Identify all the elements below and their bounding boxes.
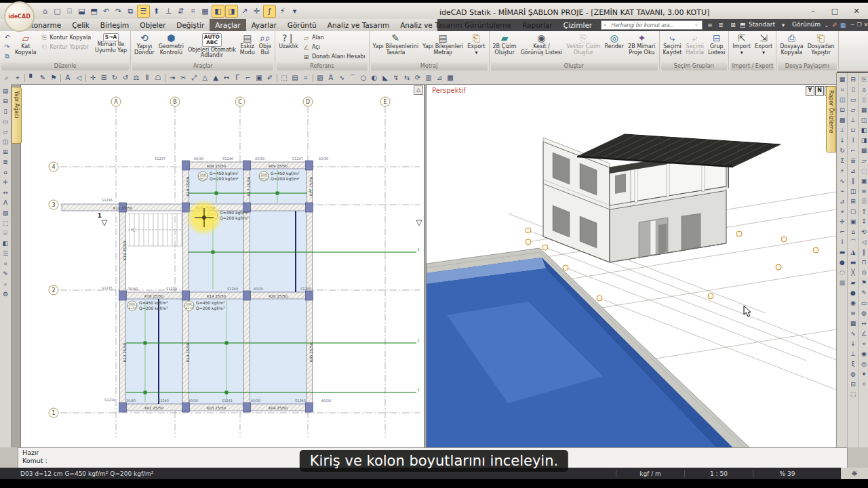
retaining-icon[interactable]: ⌐ <box>848 146 858 156</box>
grup-listesi-button[interactable]: ⊟Grup Listesi <box>707 32 726 62</box>
protractor-icon[interactable]: ∠ <box>859 329 868 339</box>
element-icon[interactable]: ⬚ <box>848 390 858 400</box>
layers-icon[interactable]: ☰ <box>137 5 150 18</box>
menu-de-i-tir[interactable]: Değiştir <box>171 19 210 31</box>
analysis-right-icon[interactable]: ⚡ <box>837 166 847 176</box>
dome-icon[interactable]: ⌒ <box>848 237 858 247</box>
column[interactable] <box>306 291 313 300</box>
cube-icon[interactable]: ⬒ <box>738 20 747 30</box>
kontur-kopyala-button[interactable]: ⎘Kontur Kopyala <box>39 33 92 42</box>
checkbox-icon[interactable]: ⊠ <box>728 20 738 30</box>
mesh-r2-icon[interactable]: ▦ <box>848 319 858 329</box>
menu-birle-im[interactable]: Birleşim <box>95 19 134 31</box>
menu-g-r-nt-[interactable]: Görüntü <box>282 19 322 31</box>
level-icon[interactable]: ≡ <box>859 186 868 197</box>
analysis-icon[interactable]: ⚡ <box>277 5 288 17</box>
material-icon[interactable]: ◧ <box>1 239 10 249</box>
2b-mimari-proje-oku-button[interactable]: ✦2B Mimari Proje Oku <box>627 32 656 62</box>
snap-icon[interactable]: ◧ <box>212 5 224 18</box>
render-r3-icon[interactable]: ✧ <box>859 380 868 390</box>
tower-icon[interactable]: ▯ <box>859 95 868 105</box>
column-icon[interactable]: ▯ <box>1 106 10 117</box>
truss-icon[interactable]: ◮ <box>848 247 858 258</box>
save-all-icon[interactable]: ⬒ <box>88 5 100 17</box>
align-icon[interactable]: ∥ <box>859 247 868 258</box>
redo-icon[interactable]: ↷ <box>2 43 12 52</box>
support-icon[interactable]: ⊥ <box>837 125 847 136</box>
beam-r2-icon[interactable]: ▭ <box>848 95 858 105</box>
pile-icon[interactable]: Ⅰ <box>848 136 858 146</box>
roof-r2-icon[interactable]: ⌂ <box>848 227 858 237</box>
osnap-icon[interactable]: ◨ <box>225 5 238 18</box>
light-icon[interactable]: ✦ <box>859 369 868 380</box>
stamp-icon[interactable]: ▣ <box>859 176 868 186</box>
home-icon[interactable]: ⌂ <box>39 5 51 17</box>
offset-icon[interactable]: ⇥ <box>167 73 178 83</box>
secimi-hatirla-button[interactable]: ⤶Seçimi Hatırla <box>684 32 705 62</box>
maximize-button[interactable]: □ <box>829 6 841 16</box>
plan-view-2d[interactable]: ABCDE43211111K08 25/50K09 25/50K11 25/50… <box>20 84 425 449</box>
status-zoom[interactable]: % 39 <box>753 470 821 477</box>
bolt-r2-icon[interactable]: ● <box>848 288 858 298</box>
beam-icon[interactable]: ▭ <box>1 117 10 127</box>
perpendicular-icon[interactable]: ⊥ <box>163 5 174 17</box>
dosyadan-yapistir-button[interactable]: ⎗Dosyadan Yapıştır <box>806 32 836 62</box>
table-icon[interactable]: ▥ <box>423 73 434 83</box>
perspective-view-3d[interactable]: Perspektif Y N A <box>426 84 837 449</box>
standart-select[interactable]: Standart <box>749 21 775 28</box>
shaft-icon[interactable]: ▣ <box>848 217 858 227</box>
purlin-icon[interactable]: ▬ <box>848 258 858 268</box>
move-icon[interactable]: ✛ <box>87 73 98 83</box>
alan-button[interactable]: ▱Alan <box>301 33 367 42</box>
settings-icon[interactable]: ⚙ <box>1 289 10 300</box>
column[interactable] <box>182 403 190 412</box>
column[interactable] <box>119 291 127 300</box>
kesit-gorunus-listesi-button[interactable]: ◉Kesit / Görünüş Listesi <box>519 32 564 62</box>
screenshot-icon[interactable]: ⧉ <box>125 5 136 17</box>
tendon-icon[interactable]: ∿ <box>848 329 858 339</box>
profile-icon[interactable]: Ⅰ <box>837 237 847 247</box>
eraser-icon[interactable]: ▭ <box>859 298 868 308</box>
opening-icon[interactable]: ▢ <box>848 207 858 217</box>
close-button[interactable]: ✕ <box>850 6 863 16</box>
node-icon[interactable]: ⊡ <box>837 105 847 115</box>
command-search-input[interactable] <box>601 20 703 30</box>
idecad-logo[interactable]: ideCAD <box>4 1 35 32</box>
zoom-window-icon[interactable]: ⌕ <box>1 73 12 83</box>
building-icon[interactable]: ⌂ <box>859 85 868 95</box>
column-tool-icon[interactable]: Ⅱ <box>142 73 153 83</box>
2b-cizim-olustur-button[interactable]: ▰2B Çizim Oluştur <box>492 32 518 62</box>
chart-icon[interactable]: ⌗ <box>187 5 199 17</box>
column[interactable] <box>182 291 190 300</box>
help-icon[interactable]: ▦ <box>838 20 848 30</box>
select-r3-icon[interactable]: ⬚ <box>859 166 868 176</box>
zoom-extents-icon[interactable]: ⌖ <box>12 73 23 83</box>
moment-icon[interactable]: ↻ <box>837 146 847 156</box>
zone-icon[interactable]: ▩ <box>859 146 868 156</box>
tab-rapor-onizleme[interactable]: Rapor Önizleme <box>826 86 836 152</box>
label-icon[interactable]: A <box>326 73 336 83</box>
export-button[interactable]: ⇲Export ▾ <box>753 32 774 62</box>
extend-icon[interactable]: ⤢ <box>189 73 199 83</box>
door-r2-icon[interactable]: ◫ <box>848 186 858 197</box>
mesh-icon[interactable]: ▩ <box>837 115 847 125</box>
column-r2-icon[interactable]: ▯ <box>848 85 858 95</box>
obje-bul-button[interactable]: ⌕⌕Obje Bul <box>258 32 273 62</box>
bucket-icon[interactable]: ◍ <box>859 308 868 319</box>
yapiyi-dondur-button[interactable]: ⟲Yapıyı Döndür <box>133 32 156 62</box>
menu-analiz-ve-tasar-m[interactable]: Analiz ve Tasarım <box>322 19 395 31</box>
foundation-icon[interactable]: ⊥ <box>848 115 858 125</box>
library-icon[interactable]: ⌺ <box>1 228 10 239</box>
slab-r2-icon[interactable]: ▱ <box>848 105 858 115</box>
yapi-bilesenleri-metraji-button[interactable]: ▤Yapı Bileşenleri Metrajı <box>421 32 465 62</box>
plate-r2-icon[interactable]: ▰ <box>848 278 858 288</box>
text-left-icon[interactable]: A <box>1 198 10 208</box>
yapi-bilesenlerini-tasarla-button[interactable]: ✎Yapı Bileşenlerini Tasarla <box>372 32 420 62</box>
jump-icon[interactable]: ↗ <box>239 5 250 17</box>
area-icon[interactable]: ▱ <box>859 156 868 166</box>
paintbrush-icon[interactable]: ✎ <box>859 288 868 298</box>
status-settings-icon[interactable]: ❋ <box>841 468 868 479</box>
hatch-left-icon[interactable]: ▨ <box>1 208 10 218</box>
load-icon[interactable]: ƒ <box>263 5 276 18</box>
chamfer-icon[interactable]: ⌐ <box>243 73 254 83</box>
